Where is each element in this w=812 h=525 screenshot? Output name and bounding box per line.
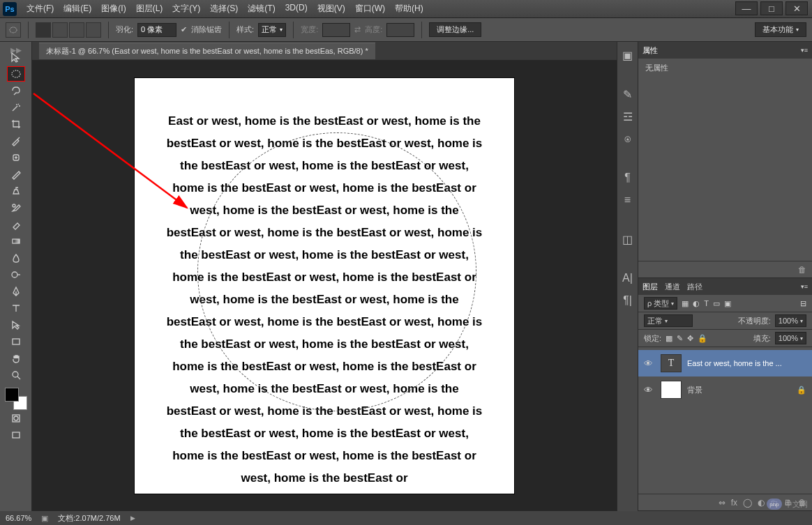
character-panel-icon[interactable]: ¶ xyxy=(620,170,636,185)
paragraph-styles-icon[interactable]: ¶| xyxy=(620,293,636,308)
style-label: 样式: xyxy=(236,24,254,35)
blur-tool[interactable] xyxy=(7,250,25,266)
channels-tab[interactable]: 通道 xyxy=(665,282,680,292)
foreground-color[interactable] xyxy=(5,388,19,402)
status-popup-icon[interactable]: ▣ xyxy=(41,514,48,523)
menu-window[interactable]: 窗口(W) xyxy=(351,1,389,16)
canvas[interactable]: East or west, home is the bestEast or we… xyxy=(135,78,514,494)
lock-position-icon[interactable]: ✥ xyxy=(687,334,693,343)
workspace-picker[interactable]: 基本功能▾ xyxy=(755,22,806,37)
menu-file[interactable]: 文件(F) xyxy=(22,1,58,16)
menu-3d[interactable]: 3D(D) xyxy=(281,1,312,16)
paragraph-panel-icon[interactable]: ≡ xyxy=(620,192,636,208)
elliptical-marquee-tool[interactable] xyxy=(7,66,25,82)
hand-tool[interactable] xyxy=(7,351,25,366)
doc-size[interactable]: 文档:2.07M/2.76M xyxy=(58,513,120,524)
visibility-toggle[interactable]: 👁 xyxy=(644,385,655,395)
trash-icon[interactable]: 🗑 xyxy=(798,265,806,275)
layer-fx-icon[interactable]: fx xyxy=(731,498,737,508)
filter-pixel-icon[interactable]: ▦ xyxy=(682,299,689,308)
lock-pixels-icon[interactable]: ✎ xyxy=(677,334,683,343)
lasso-tool[interactable] xyxy=(7,83,25,98)
rectangle-tool[interactable] xyxy=(7,334,25,349)
properties-panel-body: 无属性 xyxy=(638,59,812,261)
gradient-tool[interactable] xyxy=(7,234,25,249)
crop-tool[interactable] xyxy=(7,116,25,132)
tool-preset-picker[interactable] xyxy=(6,22,21,38)
move-tool[interactable] xyxy=(7,50,25,65)
minimize-button[interactable]: — xyxy=(735,1,758,15)
maximize-button[interactable]: □ xyxy=(760,1,783,15)
layer-name[interactable]: East or west, home is the ... xyxy=(687,359,782,367)
clone-source-icon[interactable]: ⍟ xyxy=(620,131,636,146)
filter-adjust-icon[interactable]: ◐ xyxy=(693,299,700,308)
healing-brush-tool[interactable] xyxy=(7,150,25,165)
layer-row[interactable]: 👁 T East or west, home is the ... xyxy=(638,350,812,376)
document-tab[interactable]: 未标题-1 @ 66.7% (East or west, home is the… xyxy=(39,43,375,59)
style-dropdown[interactable]: 正常▾ xyxy=(258,23,286,37)
status-arrow-icon[interactable]: ▶ xyxy=(130,515,135,522)
eraser-tool[interactable] xyxy=(7,217,25,232)
zoom-level[interactable]: 66.67% xyxy=(6,514,31,522)
panel-menu-icon[interactable]: ▾≡ xyxy=(801,47,808,54)
paths-tab[interactable]: 路径 xyxy=(687,282,702,292)
layer-thumbnail: T xyxy=(661,354,682,372)
menu-edit[interactable]: 编辑(E) xyxy=(59,1,96,16)
eyedropper-tool[interactable] xyxy=(7,133,25,149)
canvas-viewport[interactable]: East or west, home is the bestEast or we… xyxy=(32,60,617,511)
filter-toggle[interactable]: ⊟ xyxy=(800,299,806,308)
menu-help[interactable]: 帮助(H) xyxy=(391,1,428,16)
color-swatches[interactable] xyxy=(5,388,27,410)
brush-panel-icon[interactable]: ✎ xyxy=(620,86,636,102)
menu-type[interactable]: 文字(Y) xyxy=(168,1,204,16)
close-button[interactable]: ✕ xyxy=(785,1,808,15)
link-layers-icon[interactable]: ⇔ xyxy=(719,498,725,508)
layer-row[interactable]: 👁 背景 🔒 xyxy=(638,376,812,403)
layer-filter-kind[interactable]: ρ 类型▾ xyxy=(644,297,677,310)
clone-stamp-tool[interactable] xyxy=(7,183,25,199)
menu-image[interactable]: 图像(I) xyxy=(97,1,130,16)
menu-view[interactable]: 视图(V) xyxy=(313,1,349,16)
layer-name[interactable]: 背景 xyxy=(687,385,702,395)
dodge-tool[interactable] xyxy=(7,267,25,282)
panel-menu-icon[interactable]: ▾≡ xyxy=(801,283,808,290)
selection-new[interactable] xyxy=(36,22,51,38)
zoom-tool[interactable] xyxy=(7,367,25,383)
feather-input[interactable] xyxy=(137,23,176,37)
filter-type-icon[interactable]: T xyxy=(704,299,709,307)
menu-select[interactable]: 选择(S) xyxy=(206,1,242,16)
lock-transparency-icon[interactable]: ▩ xyxy=(666,334,672,343)
fill-input[interactable]: 100%▾ xyxy=(775,332,806,344)
blend-mode-dropdown[interactable]: 正常▾ xyxy=(644,314,693,327)
opacity-input[interactable]: 100%▾ xyxy=(775,314,806,327)
brush-presets-icon[interactable]: ☲ xyxy=(620,109,636,124)
menu-layer[interactable]: 图层(L) xyxy=(132,1,167,16)
filter-shape-icon[interactable]: ▭ xyxy=(713,299,720,308)
path-selection-tool[interactable] xyxy=(7,317,25,333)
antialias-check[interactable]: ✔ xyxy=(181,25,187,34)
refine-edge-button[interactable]: 调整边缘... xyxy=(429,22,481,37)
selection-intersect[interactable] xyxy=(86,22,101,38)
properties-tab[interactable]: 属性 xyxy=(642,45,658,56)
quick-mask-toggle[interactable] xyxy=(7,411,25,426)
adjustment-layer-icon[interactable]: ◐ xyxy=(758,498,765,508)
brush-tool[interactable] xyxy=(7,167,25,182)
layers-tab[interactable]: 图层 xyxy=(642,282,658,292)
screen-mode-toggle[interactable] xyxy=(7,427,25,443)
visibility-toggle[interactable]: 👁 xyxy=(644,358,655,369)
selection-subtract[interactable] xyxy=(69,22,84,38)
filter-smart-icon[interactable]: ▣ xyxy=(724,299,731,308)
pen-tool[interactable] xyxy=(7,284,25,299)
type-tool[interactable] xyxy=(7,300,25,316)
history-brush-tool[interactable] xyxy=(7,200,25,215)
width-label: 宽度: xyxy=(301,24,318,35)
character-styles-icon[interactable]: A| xyxy=(620,271,636,286)
titlebar: Ps 文件(F) 编辑(E) 图像(I) 图层(L) 文字(Y) 选择(S) 滤… xyxy=(0,0,812,18)
3d-panel-icon[interactable]: ◫ xyxy=(620,231,636,247)
history-panel-icon[interactable]: ▣ xyxy=(620,47,636,63)
menu-filter[interactable]: 滤镜(T) xyxy=(243,1,279,16)
selection-add[interactable] xyxy=(52,22,68,38)
layer-mask-icon[interactable]: ◯ xyxy=(743,498,752,508)
lock-all-icon[interactable]: 🔒 xyxy=(698,334,707,343)
magic-wand-tool[interactable] xyxy=(7,100,25,115)
